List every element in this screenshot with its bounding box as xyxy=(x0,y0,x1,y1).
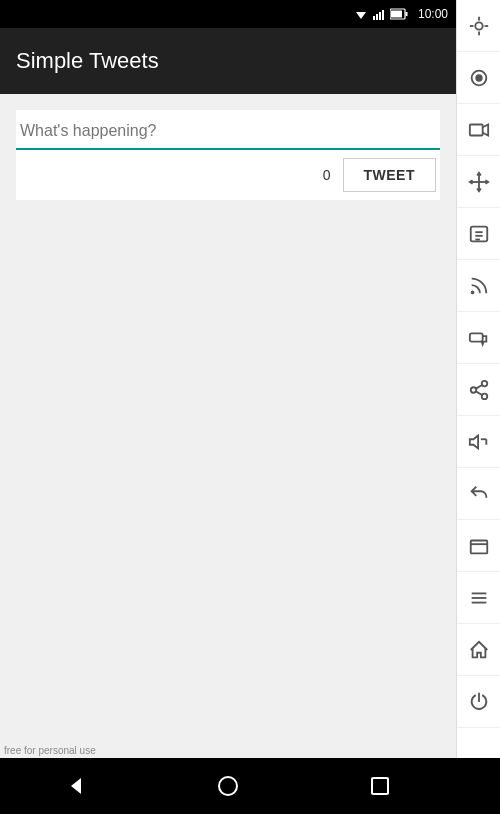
chat-icon[interactable] xyxy=(457,312,501,364)
right-sidebar xyxy=(456,0,500,758)
rss-icon[interactable] xyxy=(457,260,501,312)
tweet-text-input[interactable] xyxy=(16,118,440,150)
move-icon[interactable] xyxy=(457,156,501,208)
home-icon[interactable] xyxy=(457,624,501,676)
window-icon[interactable] xyxy=(457,520,501,572)
battery-icon xyxy=(390,8,408,20)
svg-rect-7 xyxy=(391,11,402,18)
status-icons: 10:00 xyxy=(354,7,448,21)
signal-icon xyxy=(372,8,386,20)
svg-rect-2 xyxy=(373,16,375,20)
char-count: 0 xyxy=(323,167,331,183)
svg-point-25 xyxy=(481,380,487,386)
undo-icon[interactable] xyxy=(457,468,501,520)
recent-nav-button[interactable] xyxy=(350,758,410,814)
svg-rect-41 xyxy=(372,778,388,794)
svg-rect-33 xyxy=(470,540,487,553)
svg-rect-24 xyxy=(469,333,482,341)
volume-icon[interactable] xyxy=(457,416,501,468)
watermark: free for personal use xyxy=(4,745,96,756)
home-circle-icon xyxy=(217,775,239,797)
svg-rect-4 xyxy=(379,12,381,20)
tweet-input-container: 0 TWEET xyxy=(16,110,440,200)
svg-point-15 xyxy=(476,75,482,81)
gps-icon[interactable] xyxy=(457,0,501,52)
svg-marker-39 xyxy=(71,778,81,794)
svg-marker-30 xyxy=(469,435,477,448)
svg-rect-16 xyxy=(469,124,482,135)
svg-rect-3 xyxy=(376,14,378,20)
id-badge-icon[interactable] xyxy=(457,208,501,260)
status-bar: 10:00 xyxy=(0,0,456,28)
time-display: 10:00 xyxy=(418,7,448,21)
app-header: Simple Tweets xyxy=(0,28,456,94)
svg-rect-5 xyxy=(382,10,384,20)
app-title: Simple Tweets xyxy=(16,48,159,74)
svg-point-9 xyxy=(475,22,482,29)
tweet-button[interactable]: TWEET xyxy=(343,158,437,192)
back-triangle-icon xyxy=(65,775,87,797)
svg-point-40 xyxy=(219,777,237,795)
svg-rect-8 xyxy=(405,12,407,16)
video-icon[interactable] xyxy=(457,104,501,156)
camera-icon[interactable] xyxy=(457,52,501,104)
share-icon[interactable] xyxy=(457,364,501,416)
power-icon[interactable] xyxy=(457,676,501,728)
home-nav-button[interactable] xyxy=(198,758,258,814)
svg-point-27 xyxy=(481,393,487,399)
tweet-actions: 0 TWEET xyxy=(16,150,440,200)
recent-square-icon xyxy=(369,775,391,797)
svg-point-23 xyxy=(471,291,473,293)
svg-line-29 xyxy=(475,384,481,388)
back-nav-button[interactable] xyxy=(46,758,106,814)
menu-icon[interactable] xyxy=(457,572,501,624)
main-content: 0 TWEET xyxy=(0,94,456,758)
svg-point-26 xyxy=(470,387,476,393)
wifi-icon xyxy=(354,8,368,20)
nav-bar xyxy=(0,758,456,814)
svg-line-28 xyxy=(475,391,481,395)
